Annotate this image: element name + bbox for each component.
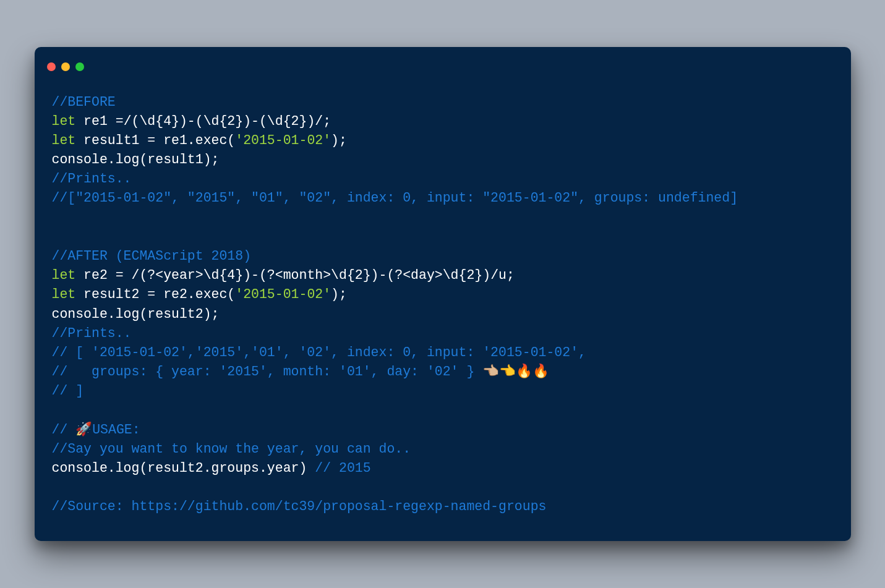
code-token: console.log(result1);: [52, 152, 220, 167]
close-traffic-light-icon[interactable]: [47, 62, 56, 71]
code-token: re1 =/(\d{4})-(\d{2})-(\d{2})/;: [75, 114, 331, 129]
code-window: //BEFORElet re1 =/(\d{4})-(\d{2})-(\d{2}…: [35, 47, 851, 542]
code-line: console.log(result1);: [52, 150, 834, 169]
code-line: let result1 = re1.exec('2015-01-02');: [52, 131, 834, 150]
code-token: result2 = re2.exec(: [75, 287, 235, 302]
code-line: let result2 = re2.exec('2015-01-02');: [52, 285, 834, 304]
code-token: re2 = /(?<year>\d{4})-(?<month>\d{2})-(?…: [75, 268, 515, 283]
code-token: //: [52, 422, 76, 437]
code-line: //AFTER (ECMAScript 2018): [52, 247, 834, 266]
code-line: //Prints..: [52, 324, 834, 343]
code-token: //Prints..: [52, 171, 132, 186]
code-line: // [ '2015-01-02','2015','01', '02', ind…: [52, 343, 834, 362]
code-line: let re2 = /(?<year>\d{4})-(?<month>\d{2}…: [52, 266, 834, 285]
code-line: let re1 =/(\d{4})-(\d{2})-(\d{2})/;: [52, 112, 834, 131]
code-line: // 🚀USAGE:: [52, 420, 834, 440]
code-line: [52, 208, 834, 228]
code-line: //Prints..: [52, 169, 834, 189]
code-line: //["2015-01-02", "2015", "01", "02", ind…: [52, 189, 834, 208]
code-line: //Source: https://github.com/tc39/propos…: [52, 497, 834, 516]
code-token: // [ '2015-01-02','2015','01', '02', ind…: [52, 345, 586, 360]
code-token: //Say you want to know the year, you can…: [52, 441, 411, 456]
code-token: let: [52, 287, 76, 302]
code-token: // ]: [52, 383, 84, 398]
code-token: //Prints..: [52, 326, 132, 341]
code-token: '2015-01-02': [235, 133, 331, 148]
code-line: console.log(result2.groups.year) // 2015: [52, 459, 834, 478]
code-token: );: [331, 287, 347, 302]
code-token: let: [52, 133, 76, 148]
code-line: [52, 401, 834, 420]
code-token: //Source: https://github.com/tc39/propos…: [52, 499, 547, 514]
code-block: //BEFORElet re1 =/(\d{4})-(\d{2})-(\d{2}…: [35, 78, 851, 517]
code-token: console.log(result2.groups.year): [52, 461, 315, 475]
code-line: console.log(result2);: [52, 305, 834, 324]
minimize-traffic-light-icon[interactable]: [61, 62, 70, 71]
code-line: [52, 478, 834, 497]
code-token: '2015-01-02': [235, 287, 331, 302]
code-token: 👈🏼👈🔥🔥: [482, 364, 549, 379]
window-titlebar: [35, 47, 851, 78]
code-token: //BEFORE: [52, 95, 116, 109]
code-line: // groups: { year: '2015', month: '01', …: [52, 362, 834, 381]
code-token: );: [331, 133, 347, 148]
code-token: //AFTER (ECMAScript 2018): [52, 249, 252, 263]
code-token: //["2015-01-02", "2015", "01", "02", ind…: [52, 190, 738, 205]
code-token: 🚀: [75, 422, 92, 437]
code-token: let: [52, 268, 76, 283]
code-line: [52, 228, 834, 247]
code-token: let: [52, 114, 76, 129]
code-token: // groups: { year: '2015', month: '01', …: [52, 364, 483, 379]
code-token: result1 = re1.exec(: [75, 133, 235, 148]
code-token: USAGE:: [92, 422, 140, 437]
code-token: console.log(result2);: [52, 307, 220, 322]
code-line: // ]: [52, 381, 834, 401]
code-line: //BEFORE: [52, 93, 834, 112]
code-line: //Say you want to know the year, you can…: [52, 440, 834, 459]
zoom-traffic-light-icon[interactable]: [75, 62, 84, 71]
code-token: // 2015: [315, 461, 370, 475]
